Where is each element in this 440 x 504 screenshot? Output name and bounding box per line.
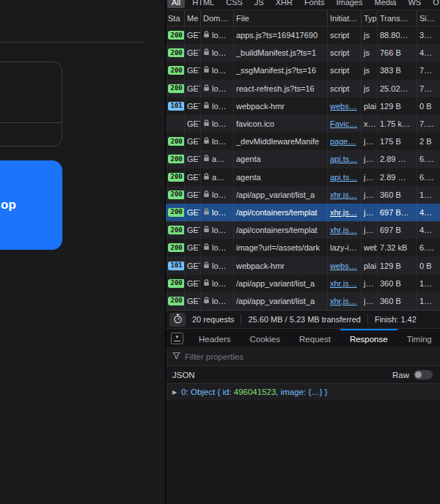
- screenshot-stage: op AllHTMLCSSJSXHRFontsImagesMediaWSO St…: [0, 0, 440, 504]
- request-row[interactable]: 200GETa…agentaapi.ts…j…2.89 …6.…: [166, 150, 440, 168]
- status-cell: 200: [166, 204, 185, 221]
- request-row[interactable]: 101GETlo…webpack-hmrwebs…plai129 B0 B: [166, 256, 440, 274]
- initiator-link[interactable]: Favic…: [330, 119, 357, 128]
- performance-analysis-button[interactable]: [169, 313, 186, 327]
- request-row[interactable]: 200GETlo…/api/containers/templatxhr.js…j…: [166, 221, 440, 239]
- initiator-link[interactable]: api.ts…: [330, 155, 357, 163]
- request-row[interactable]: 200GETlo…image?url=/assets/darklazy-i…we…: [166, 239, 440, 256]
- status-badge: 200: [168, 48, 185, 57]
- status-cell: 200: [166, 80, 185, 97]
- column-header-type[interactable]: Typ: [362, 10, 378, 26]
- filter-tab-all[interactable]: All: [167, 0, 185, 8]
- size-cell: 6.…: [417, 150, 440, 168]
- file-cell: apps.js?ts=169417690: [234, 26, 328, 44]
- column-header-transferred[interactable]: Trans…: [378, 10, 417, 26]
- filter-properties-input[interactable]: [185, 352, 368, 361]
- file-cell: /api/containers/templat: [234, 204, 328, 221]
- initiator-link[interactable]: xhr.js…: [330, 190, 357, 199]
- size-cell: 1…: [417, 186, 440, 204]
- filter-tab-html[interactable]: HTML: [188, 0, 219, 8]
- domain-text: a…: [212, 155, 224, 163]
- request-row[interactable]: 200GETlo…react-refresh.js?ts=16scriptjs2…: [166, 80, 440, 97]
- transferred-cell: 697 B…: [378, 204, 417, 221]
- file-cell: _ssgManifest.js?ts=16: [234, 62, 328, 79]
- lock-icon: [203, 66, 210, 75]
- status-badge: 200: [168, 208, 185, 217]
- request-row[interactable]: 200GETlo…_devMiddlewareManifepage…j…175 …: [166, 133, 440, 150]
- lock-icon: [203, 155, 210, 163]
- method-cell: GET: [185, 221, 201, 239]
- status-cell: [166, 115, 185, 133]
- filter-tab-js[interactable]: JS: [250, 0, 268, 8]
- initiator-link[interactable]: page…: [330, 137, 356, 146]
- detail-tab-timing[interactable]: Timing: [397, 329, 440, 347]
- filter-tab-media[interactable]: Media: [370, 0, 400, 8]
- domain-cell: lo…: [201, 26, 234, 44]
- filter-tab-o[interactable]: O: [428, 0, 440, 8]
- request-row[interactable]: 200GETlo…_ssgManifest.js?ts=16scriptjs38…: [166, 62, 440, 79]
- column-header-size[interactable]: Si…: [417, 10, 440, 26]
- transferred-cell: 766 B: [378, 44, 417, 62]
- initiator-link[interactable]: xhr.js…: [330, 208, 357, 217]
- file-cell: image?url=/assets/dark: [234, 239, 328, 256]
- page-blue-button[interactable]: op: [0, 160, 62, 250]
- detail-tab-cookies[interactable]: Cookies: [240, 329, 290, 347]
- initiator-link[interactable]: xhr.js…: [330, 279, 357, 288]
- summary-separator: [367, 314, 368, 325]
- expand-arrow-icon[interactable]: ▶: [172, 389, 177, 396]
- domain-cell: a…: [201, 168, 234, 186]
- lock-icon: [203, 48, 210, 57]
- request-row[interactable]: 200GETa…agentaapi.ts…j…2.89 …6.…: [166, 168, 440, 186]
- domain-cell: lo…: [201, 115, 234, 133]
- type-cell: j…: [362, 150, 378, 168]
- detail-tab-request[interactable]: Request: [290, 329, 340, 347]
- initiator-cell: api.ts…: [328, 150, 362, 168]
- request-row[interactable]: 101GETlo…webpack-hmrwebs…plai129 B0 B: [166, 97, 440, 115]
- transferred-cell: 88.80…: [378, 26, 417, 44]
- initiator-link[interactable]: webs…: [330, 262, 357, 270]
- filter-tab-xhr[interactable]: XHR: [271, 0, 297, 8]
- detail-tab-headers[interactable]: Headers: [189, 329, 240, 347]
- request-row[interactable]: 200GETlo…/api/app_variant/list_axhr.js…j…: [166, 292, 440, 310]
- column-header-method[interactable]: Me: [185, 10, 201, 26]
- filter-tab-ws[interactable]: WS: [403, 0, 425, 8]
- file-cell: agenta: [234, 150, 328, 168]
- filter-tab-css[interactable]: CSS: [221, 0, 247, 8]
- size-cell: 3…: [417, 26, 440, 44]
- filter-tab-fonts[interactable]: Fonts: [300, 0, 329, 8]
- column-header-initiator[interactable]: Initiat…: [328, 10, 362, 26]
- status-cell: 200: [166, 292, 185, 310]
- request-row[interactable]: GETlo…favicon.icoFavic…x…1.75 k…7.…: [166, 115, 440, 133]
- column-header-status[interactable]: Sta: [166, 10, 185, 26]
- initiator-cell: xhr.js…: [328, 186, 362, 204]
- initiator-link[interactable]: api.ts…: [330, 173, 357, 182]
- type-cell: js: [362, 44, 378, 62]
- size-cell: 4…: [417, 221, 440, 239]
- initiator-link[interactable]: webs…: [330, 102, 357, 111]
- size-cell: 6.…: [417, 239, 440, 256]
- request-row[interactable]: 200GETlo…/api/containers/templatxhr.js…j…: [166, 204, 440, 221]
- request-row[interactable]: 200GETlo…/api/app_variant/list_axhr.js…j…: [166, 275, 440, 292]
- request-row[interactable]: 200GETlo…/api/app_variant/list_axhr.js…j…: [166, 186, 440, 204]
- raw-toggle-switch[interactable]: [414, 370, 433, 379]
- request-row[interactable]: 200GETlo…_buildManifest.js?ts=1scriptjs7…: [166, 44, 440, 62]
- devtools-network-panel: AllHTMLCSSJSXHRFontsImagesMediaWSO StaMe…: [165, 0, 440, 504]
- filter-panel-icon[interactable]: ▼: [171, 333, 183, 344]
- column-header-domain[interactable]: Dom…: [201, 10, 234, 26]
- status-badge: 200: [168, 173, 185, 182]
- column-header-file[interactable]: File: [234, 10, 328, 26]
- domain-text: lo…: [212, 226, 227, 234]
- file-cell: agenta: [234, 168, 328, 186]
- size-cell: 0 B: [417, 256, 440, 274]
- page-divider: [0, 42, 144, 42]
- transferred-cell: 360 B: [378, 186, 417, 204]
- file-cell: favicon.ico: [234, 115, 328, 133]
- request-row[interactable]: 200GETlo…apps.js?ts=169417690scriptjs88.…: [166, 26, 440, 44]
- initiator-link[interactable]: xhr.js…: [330, 297, 357, 305]
- initiator-link[interactable]: xhr.js…: [330, 226, 357, 234]
- method-cell: GET: [185, 26, 201, 44]
- filter-tab-images[interactable]: Images: [331, 0, 367, 8]
- detail-tab-response[interactable]: Response: [340, 329, 397, 347]
- bar-decoration: [174, 341, 180, 341]
- json-tree-row[interactable]: ▶ 0: Object { id: 496041523 , image: {…}…: [166, 384, 440, 400]
